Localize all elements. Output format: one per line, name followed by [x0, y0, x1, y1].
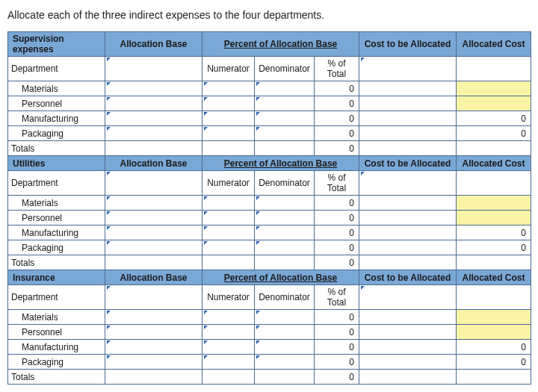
base-input[interactable]	[105, 325, 202, 340]
totals-pct: 0	[315, 141, 359, 156]
allocated-cell	[457, 96, 531, 111]
col-allocation-base: Allocation Base	[105, 156, 202, 171]
base-input[interactable]	[105, 211, 202, 225]
totals-alloc	[457, 370, 531, 385]
cost-input[interactable]	[359, 57, 457, 81]
cost-input[interactable]	[359, 285, 457, 310]
department-label: Department	[8, 285, 105, 310]
pct-total-cell: 0	[315, 225, 359, 240]
base-input[interactable]	[105, 111, 202, 126]
base-input[interactable]	[105, 196, 202, 211]
numerator-input[interactable]	[202, 325, 255, 340]
cost-cell	[359, 325, 457, 340]
allocated-cell: 0	[457, 355, 531, 370]
row-manufacturing: Manufacturing	[8, 225, 105, 240]
totals-row: Totals 0	[8, 370, 531, 385]
totals-den	[255, 255, 315, 270]
cost-input[interactable]	[359, 171, 457, 196]
numerator-input[interactable]	[202, 340, 255, 355]
denominator-input[interactable]	[255, 340, 315, 355]
totals-den	[255, 370, 315, 385]
totals-cost	[359, 370, 457, 385]
denominator-input[interactable]	[255, 111, 315, 126]
denominator-input[interactable]	[255, 81, 315, 96]
pct-total-cell: 0	[315, 211, 359, 225]
allocation-base-input[interactable]	[105, 285, 202, 310]
totals-label: Totals	[8, 141, 105, 156]
numerator-input[interactable]	[202, 225, 255, 240]
denominator-input[interactable]	[255, 96, 315, 111]
denominator-input[interactable]	[255, 325, 315, 340]
base-input[interactable]	[105, 355, 202, 370]
col-percent-base: Percent of Allocation Base	[202, 156, 359, 171]
allocated-cell: 0	[457, 126, 531, 141]
cost-cell	[359, 111, 457, 126]
base-input[interactable]	[105, 96, 202, 111]
totals-base	[105, 370, 202, 385]
col-pct-total: % of Total	[315, 285, 359, 310]
col-percent-base: Percent of Allocation Base	[202, 32, 359, 57]
pct-total-cell: 0	[315, 126, 359, 141]
denominator-input[interactable]	[255, 240, 315, 255]
instruction-text: Allocate each of the three indirect expe…	[7, 9, 531, 21]
allocation-base-input[interactable]	[105, 171, 202, 196]
col-pct-total: % of Total	[315, 171, 359, 196]
cost-cell	[359, 96, 457, 111]
denominator-input[interactable]	[255, 355, 315, 370]
totals-base	[105, 255, 202, 270]
allocation-base-input[interactable]	[105, 57, 202, 81]
base-input[interactable]	[105, 340, 202, 355]
totals-alloc	[457, 141, 531, 156]
table-row: Materials 0	[8, 310, 531, 325]
totals-pct: 0	[315, 255, 359, 270]
allocated-cell	[457, 325, 531, 340]
pct-total-cell: 0	[315, 340, 359, 355]
department-label: Department	[8, 171, 105, 196]
pct-total-cell: 0	[315, 355, 359, 370]
cost-cell	[359, 310, 457, 325]
cost-cell	[359, 240, 457, 255]
numerator-input[interactable]	[202, 196, 255, 211]
denominator-input[interactable]	[255, 126, 315, 141]
denominator-input[interactable]	[255, 225, 315, 240]
base-input[interactable]	[105, 81, 202, 96]
numerator-input[interactable]	[202, 126, 255, 141]
numerator-input[interactable]	[202, 240, 255, 255]
totals-alloc	[457, 255, 531, 270]
col-percent-base: Percent of Allocation Base	[202, 270, 359, 285]
section-subheader-row: Department Numerator Denominator % of To…	[8, 57, 531, 81]
totals-row: Totals 0	[8, 255, 531, 270]
base-input[interactable]	[105, 225, 202, 240]
denominator-input[interactable]	[255, 310, 315, 325]
row-materials: Materials	[8, 310, 105, 325]
allocated-cell	[457, 211, 531, 225]
numerator-input[interactable]	[202, 355, 255, 370]
table-row: Manufacturing 0 0	[8, 111, 531, 126]
allocated-cell: 0	[457, 240, 531, 255]
row-packaging: Packaging	[8, 126, 105, 141]
numerator-input[interactable]	[202, 310, 255, 325]
col-cost-allocated: Cost to be Allocated	[359, 32, 457, 57]
denominator-input[interactable]	[255, 211, 315, 225]
denominator-input[interactable]	[255, 196, 315, 211]
totals-den	[255, 141, 315, 156]
numerator-input[interactable]	[202, 211, 255, 225]
base-input[interactable]	[105, 126, 202, 141]
col-allocation-base: Allocation Base	[105, 32, 202, 57]
pct-total-cell: 0	[315, 196, 359, 211]
col-numerator: Numerator	[202, 57, 255, 81]
numerator-input[interactable]	[202, 81, 255, 96]
table-row: Personnel 0	[8, 96, 531, 111]
base-input[interactable]	[105, 310, 202, 325]
col-pct-total: % of Total	[315, 57, 359, 81]
cost-cell	[359, 340, 457, 355]
numerator-input[interactable]	[202, 96, 255, 111]
pct-total-cell: 0	[315, 310, 359, 325]
pct-total-cell: 0	[315, 111, 359, 126]
allocated-header-blank	[457, 285, 531, 310]
col-allocation-base: Allocation Base	[105, 270, 202, 285]
numerator-input[interactable]	[202, 111, 255, 126]
base-input[interactable]	[105, 240, 202, 255]
row-packaging: Packaging	[8, 355, 105, 370]
col-allocated-cost: Allocated Cost	[457, 156, 531, 171]
